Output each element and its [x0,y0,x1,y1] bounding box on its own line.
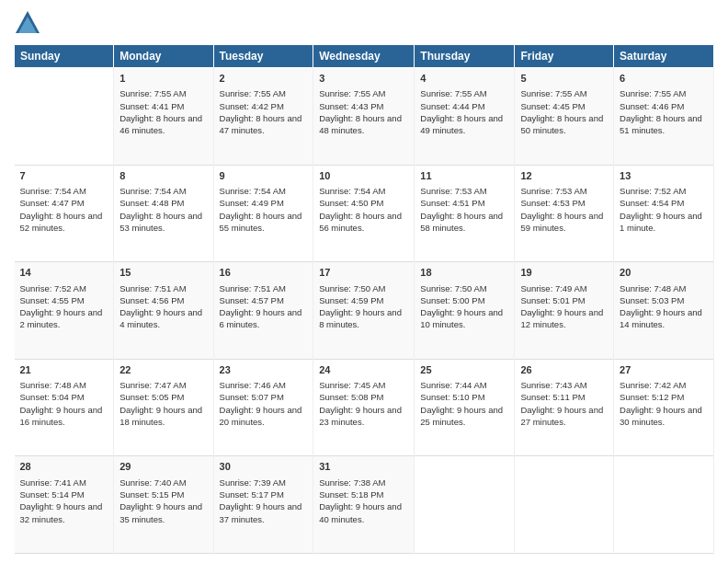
day-header-wednesday: Wednesday [313,45,415,68]
day-number: 5 [520,72,608,86]
daylight: Daylight: 9 hours and 4 minutes. [119,307,202,329]
calendar-table: SundayMondayTuesdayWednesdayThursdayFrid… [14,44,714,554]
day-cell [15,68,114,166]
day-cell: 16Sunrise: 7:51 AMSunset: 4:57 PMDayligh… [213,262,313,360]
day-number: 25 [420,363,508,377]
week-row-3: 14Sunrise: 7:52 AMSunset: 4:55 PMDayligh… [15,262,714,360]
sunrise: Sunrise: 7:54 AM [20,186,86,196]
daylight: Daylight: 9 hours and 18 minutes. [119,405,202,427]
daylight: Daylight: 8 hours and 49 minutes. [420,113,503,135]
sunrise: Sunrise: 7:53 AM [520,186,586,196]
daylight: Daylight: 9 hours and 6 minutes. [220,307,302,329]
daylight: Daylight: 9 hours and 23 minutes. [319,405,402,427]
sunset: Sunset: 5:17 PM [220,489,284,500]
sunset: Sunset: 5:12 PM [620,392,684,402]
sunset: Sunset: 4:54 PM [620,198,684,208]
day-cell: 30Sunrise: 7:39 AMSunset: 5:17 PMDayligh… [213,456,313,554]
daylight: Daylight: 8 hours and 46 minutes. [119,113,202,135]
day-cell: 15Sunrise: 7:51 AMSunset: 4:56 PMDayligh… [114,262,213,360]
day-cell: 28Sunrise: 7:41 AMSunset: 5:14 PMDayligh… [15,456,114,554]
calendar-header: SundayMondayTuesdayWednesdayThursdayFrid… [15,45,714,68]
day-cell: 26Sunrise: 7:43 AMSunset: 5:11 PMDayligh… [515,359,614,456]
day-cell: 23Sunrise: 7:46 AMSunset: 5:07 PMDayligh… [213,359,313,456]
day-cell: 2Sunrise: 7:55 AMSunset: 4:42 PMDaylight… [213,68,313,166]
day-number: 17 [319,266,408,280]
sunset: Sunset: 4:53 PM [520,198,585,208]
day-number: 28 [20,460,108,474]
day-cell: 5Sunrise: 7:55 AMSunset: 4:45 PMDaylight… [515,68,614,166]
sunrise: Sunrise: 7:52 AM [20,283,86,293]
sunset: Sunset: 4:57 PM [220,295,284,305]
sunset: Sunset: 4:42 PM [220,101,284,111]
day-cell: 19Sunrise: 7:49 AMSunset: 5:01 PMDayligh… [515,262,614,360]
daylight: Daylight: 8 hours and 47 minutes. [220,113,302,135]
daylight: Daylight: 8 hours and 58 minutes. [420,211,503,233]
day-cell: 25Sunrise: 7:44 AMSunset: 5:10 PMDayligh… [415,359,515,456]
daylight: Daylight: 9 hours and 37 minutes. [220,501,302,523]
sunrise: Sunrise: 7:39 AM [220,477,286,488]
sunrise: Sunrise: 7:40 AM [119,477,186,488]
day-header-saturday: Saturday [614,45,714,68]
sunrise: Sunrise: 7:54 AM [220,186,286,196]
day-cell [515,456,614,554]
day-number: 2 [220,72,308,86]
sunset: Sunset: 5:03 PM [620,295,684,305]
day-cell: 29Sunrise: 7:40 AMSunset: 5:15 PMDayligh… [114,456,213,554]
day-cell: 20Sunrise: 7:48 AMSunset: 5:03 PMDayligh… [614,262,714,360]
sunrise: Sunrise: 7:49 AM [520,283,586,293]
day-number: 12 [520,169,608,183]
daylight: Daylight: 9 hours and 14 minutes. [620,307,702,329]
day-cell: 1Sunrise: 7:55 AMSunset: 4:41 PMDaylight… [114,68,213,166]
sunrise: Sunrise: 7:54 AM [319,186,385,196]
day-cell [614,456,714,554]
daylight: Daylight: 8 hours and 48 minutes. [319,113,402,135]
day-number: 15 [119,266,207,280]
sunset: Sunset: 4:45 PM [520,101,585,111]
sunrise: Sunrise: 7:52 AM [620,186,686,196]
daylight: Daylight: 9 hours and 8 minutes. [319,307,402,329]
sunset: Sunset: 4:51 PM [420,198,484,208]
day-number: 21 [20,363,108,377]
sunset: Sunset: 4:48 PM [119,198,184,208]
day-cell: 4Sunrise: 7:55 AMSunset: 4:44 PMDaylight… [415,68,515,166]
sunset: Sunset: 5:07 PM [220,392,284,402]
sunset: Sunset: 5:08 PM [319,392,383,402]
sunset: Sunset: 5:14 PM [20,489,85,500]
logo-icon [14,9,41,37]
day-cell: 22Sunrise: 7:47 AMSunset: 5:05 PMDayligh… [114,359,213,456]
header [14,9,714,37]
week-row-4: 21Sunrise: 7:48 AMSunset: 5:04 PMDayligh… [15,359,714,456]
calendar-body: 1Sunrise: 7:55 AMSunset: 4:41 PMDaylight… [15,68,714,554]
sunrise: Sunrise: 7:48 AM [620,283,686,293]
day-number: 18 [420,266,508,280]
sunset: Sunset: 4:56 PM [119,295,184,305]
sunrise: Sunrise: 7:43 AM [520,380,586,390]
day-number: 1 [119,72,207,86]
day-number: 22 [119,363,207,377]
sunset: Sunset: 4:49 PM [220,198,284,208]
sunset: Sunset: 5:05 PM [119,392,184,402]
sunset: Sunset: 4:47 PM [20,198,85,208]
daylight: Daylight: 9 hours and 40 minutes. [319,501,402,523]
sunrise: Sunrise: 7:50 AM [319,283,385,293]
sunrise: Sunrise: 7:55 AM [319,88,385,98]
sunrise: Sunrise: 7:55 AM [119,88,186,98]
day-cell: 18Sunrise: 7:50 AMSunset: 5:00 PMDayligh… [415,262,515,360]
sunrise: Sunrise: 7:38 AM [319,477,385,488]
sunset: Sunset: 5:04 PM [20,392,85,402]
day-cell: 6Sunrise: 7:55 AMSunset: 4:46 PMDaylight… [614,68,714,166]
sunrise: Sunrise: 7:55 AM [620,88,686,98]
sunset: Sunset: 5:11 PM [520,392,585,402]
day-number: 8 [119,169,207,183]
sunrise: Sunrise: 7:50 AM [420,283,486,293]
sunrise: Sunrise: 7:41 AM [20,477,86,488]
sunrise: Sunrise: 7:51 AM [220,283,286,293]
sunset: Sunset: 5:01 PM [520,295,585,305]
sunrise: Sunrise: 7:53 AM [420,186,486,196]
sunset: Sunset: 5:00 PM [420,295,484,305]
day-cell: 21Sunrise: 7:48 AMSunset: 5:04 PMDayligh… [15,359,114,456]
sunrise: Sunrise: 7:55 AM [220,88,286,98]
week-row-2: 7Sunrise: 7:54 AMSunset: 4:47 PMDaylight… [15,165,714,262]
daylight: Daylight: 9 hours and 16 minutes. [20,405,103,427]
sunset: Sunset: 4:55 PM [20,295,85,305]
